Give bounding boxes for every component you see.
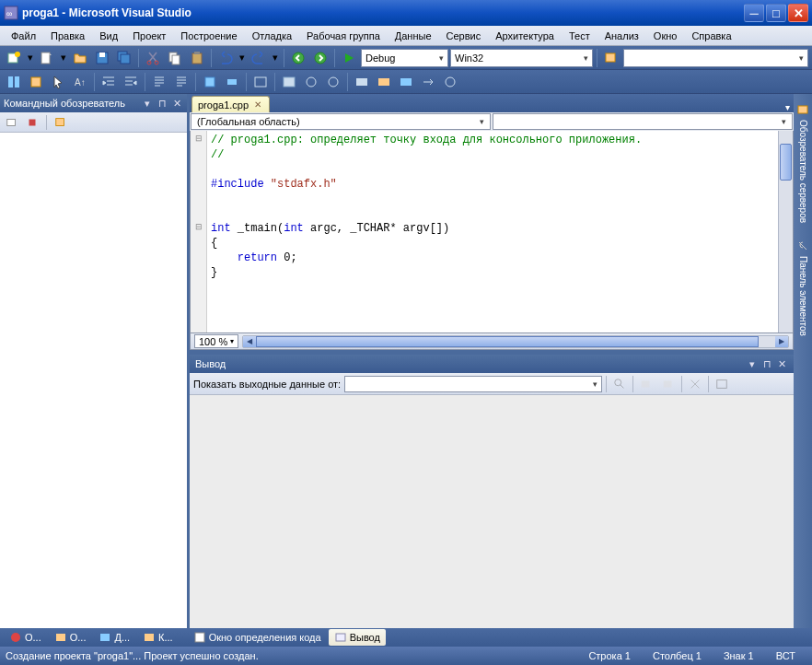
toolbox-tab[interactable]: Панель элементов (795, 236, 811, 340)
tb2-btn-b[interactable] (301, 72, 321, 92)
tb2-btn-c[interactable] (323, 72, 343, 92)
btab-o2[interactable]: О... (49, 629, 92, 646)
menu-view[interactable]: Вид (92, 29, 125, 43)
te-refresh-button[interactable] (52, 114, 69, 131)
add-item-dropdown[interactable]: ▾ (59, 48, 68, 68)
save-all-button[interactable] (114, 48, 134, 68)
add-item-button[interactable] (37, 48, 57, 68)
menu-test[interactable]: Тест (562, 29, 597, 43)
nav-back-button[interactable] (288, 48, 308, 68)
output-next-button[interactable] (659, 376, 678, 392)
redo-button[interactable] (249, 48, 269, 68)
tb2-btn-g[interactable] (418, 72, 438, 92)
tab-close-icon[interactable]: ✕ (252, 99, 263, 110)
copy-button[interactable] (165, 48, 185, 68)
dropdown-icon[interactable]: ▾ (141, 97, 154, 110)
output-prev-button[interactable] (637, 376, 655, 392)
team-explorer-title-bar[interactable]: Командный обозреватель ▾ ⊓ ✕ (0, 94, 187, 112)
config-combo[interactable]: Debug▾ (361, 49, 448, 67)
find-button[interactable] (601, 48, 621, 68)
output-clear-button[interactable] (686, 376, 704, 392)
menu-project[interactable]: Проект (125, 29, 173, 43)
tb2-btn-h[interactable] (440, 72, 460, 92)
close-pane-icon[interactable]: ✕ (170, 97, 183, 110)
te-stop-button[interactable] (24, 114, 41, 131)
outdent-button[interactable] (121, 72, 141, 92)
menu-analyze[interactable]: Анализ (597, 29, 646, 43)
tab-proga1[interactable]: proga1.cpp ✕ (191, 96, 270, 112)
platform-combo[interactable]: Win32▾ (450, 49, 593, 67)
tb2-btn-a[interactable] (279, 72, 299, 92)
horizontal-scrollbar[interactable]: ◀ ▶ (242, 335, 789, 348)
server-explorer-tab[interactable]: Обозреватель серверов (795, 99, 811, 227)
zoom-combo[interactable]: 100 % ▾ (194, 334, 238, 348)
btab-k[interactable]: К... (137, 629, 179, 646)
toolbox-icon (796, 239, 809, 252)
hscroll-left-icon[interactable]: ◀ (243, 336, 256, 347)
window-split-button[interactable] (250, 72, 271, 92)
document-tab-bar: proga1.cpp ✕ ▾ (190, 94, 794, 112)
right-tool-strip: Обозреватель серверов Панель элементов (794, 94, 812, 628)
new-project-dropdown[interactable]: ▾ (26, 48, 35, 68)
output-wordwrap-button[interactable] (713, 376, 731, 392)
output-dropdown-icon[interactable]: ▾ (746, 357, 759, 370)
bookmark-prev-button[interactable] (222, 72, 242, 92)
start-debug-button[interactable] (339, 48, 359, 68)
menu-tools[interactable]: Сервис (439, 29, 489, 43)
outlining-margin[interactable]: ⊟ ⊟ (191, 131, 207, 332)
hscroll-right-icon[interactable]: ▶ (775, 336, 788, 347)
btab-errors[interactable]: О... (4, 629, 47, 646)
members-combo[interactable]: ▾ (493, 113, 793, 130)
nav-forward-button[interactable] (310, 48, 331, 68)
font-increase-button[interactable]: A↑ (70, 72, 90, 92)
menu-architecture[interactable]: Архитектура (488, 29, 562, 43)
menu-data[interactable]: Данные (388, 29, 439, 43)
te-home-button[interactable] (4, 114, 20, 131)
object-browser-button[interactable] (4, 72, 24, 92)
code-text[interactable]: // proga1.cpp: определяет точку входа дл… (207, 131, 778, 332)
find-combo[interactable]: ▾ (623, 49, 808, 67)
pin-icon[interactable]: ⊓ (156, 97, 168, 110)
tb2-btn-f[interactable] (396, 72, 416, 92)
menu-file[interactable]: Файл (4, 29, 43, 43)
output-title-bar[interactable]: Вывод ▾ ⊓ ✕ (190, 355, 794, 373)
svg-rect-41 (56, 634, 65, 641)
undo-button[interactable] (215, 48, 236, 68)
select-cursor-button[interactable] (48, 72, 68, 92)
paste-button[interactable] (187, 48, 207, 68)
scope-combo[interactable]: (Глобальная область)▾ (191, 113, 491, 130)
tab-bar-dropdown-icon[interactable]: ▾ (785, 102, 794, 112)
menu-edit[interactable]: Правка (43, 29, 92, 43)
output-body[interactable] (190, 395, 794, 628)
undo-dropdown[interactable]: ▾ (238, 48, 247, 68)
menu-build[interactable]: Построение (173, 29, 244, 43)
cut-button[interactable] (143, 48, 163, 68)
minimize-button[interactable]: ─ (744, 4, 764, 22)
tb2-btn-e[interactable] (374, 72, 394, 92)
menu-team[interactable]: Рабочая группа (299, 29, 388, 43)
output-source-combo[interactable]: ▾ (344, 376, 602, 392)
menu-debug[interactable]: Отладка (245, 29, 299, 43)
open-button[interactable] (70, 48, 90, 68)
maximize-button[interactable]: □ (766, 4, 786, 22)
menu-window[interactable]: Окно (646, 29, 685, 43)
indent-button[interactable] (99, 72, 119, 92)
tb2-btn-d[interactable] (352, 72, 372, 92)
btab-output[interactable]: Вывод (329, 629, 386, 646)
output-close-icon[interactable]: ✕ (775, 357, 788, 370)
output-find-button[interactable] (610, 376, 629, 392)
btab-d[interactable]: Д... (93, 629, 135, 646)
bookmark-button[interactable] (200, 72, 220, 92)
code-editor[interactable]: ⊟ ⊟ // proga1.cpp: определяет точку вход… (190, 131, 794, 333)
uncomment-button[interactable] (171, 72, 191, 92)
new-project-button[interactable] (4, 48, 24, 68)
comment-button[interactable] (149, 72, 169, 92)
btab-code-definition[interactable]: Окно определения кода (188, 629, 327, 646)
vertical-scrollbar[interactable] (778, 131, 793, 332)
class-view-button[interactable] (26, 72, 46, 92)
menu-help[interactable]: Справка (684, 29, 738, 43)
output-pin-icon[interactable]: ⊓ (760, 357, 773, 370)
redo-dropdown[interactable]: ▾ (271, 48, 280, 68)
save-button[interactable] (92, 48, 112, 68)
close-button[interactable]: ✕ (788, 4, 808, 22)
